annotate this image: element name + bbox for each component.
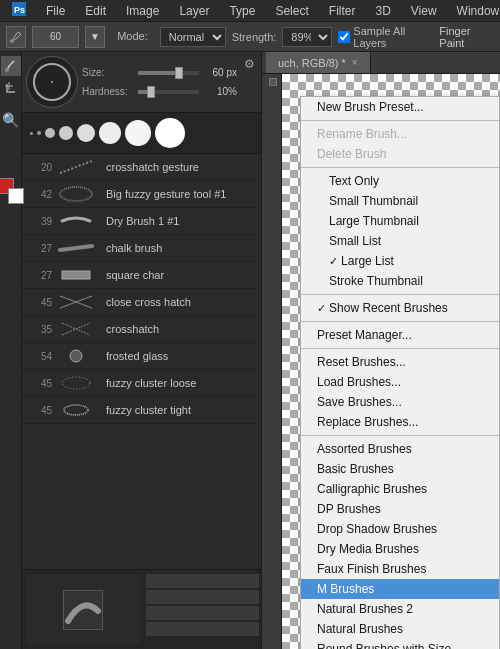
- panel-gear-btn[interactable]: ⚙: [241, 56, 257, 72]
- panel-bottom-row3: [146, 606, 260, 620]
- brush-dot-8[interactable]: [155, 118, 185, 148]
- mode-select[interactable]: Normal: [160, 27, 226, 47]
- background-color[interactable]: [8, 188, 24, 204]
- strength-label: Strength:: [232, 31, 277, 43]
- brush-item-close-cross-hatch[interactable]: 45 close cross hatch: [22, 289, 261, 316]
- canvas-tab[interactable]: uch, RGB/8) * ×: [266, 52, 371, 73]
- brush-dot-1[interactable]: [30, 132, 33, 135]
- menu-file[interactable]: File: [42, 2, 69, 20]
- brush-item-big-fuzzy[interactable]: 42 Big fuzzy gesture tool #1: [22, 181, 261, 208]
- menu-load-brushes[interactable]: Load Brushes...: [301, 372, 499, 392]
- svg-rect-6: [62, 271, 90, 279]
- svg-point-13: [64, 405, 88, 415]
- menu-rename-brush: Rename Brush...: [301, 124, 499, 144]
- separator-2: [301, 167, 499, 168]
- brush-item-crosshatch-gesture[interactable]: 20 crosshatch gesture: [22, 154, 261, 181]
- brush-dot-4[interactable]: [59, 126, 73, 140]
- menu-reset-brushes[interactable]: Reset Brushes...: [301, 352, 499, 372]
- size-label: Size:: [82, 67, 134, 78]
- strength-select[interactable]: 89%: [282, 27, 332, 47]
- smudge-tool-btn[interactable]: [1, 56, 21, 76]
- menu-filter[interactable]: Filter: [325, 2, 360, 20]
- menu-m-brushes[interactable]: M Brushes: [301, 579, 499, 599]
- brush-tool-icon[interactable]: [6, 26, 26, 48]
- menu-view[interactable]: View: [407, 2, 441, 20]
- menu-type[interactable]: Type: [225, 2, 259, 20]
- mode-label: Mode:: [111, 22, 154, 52]
- tab-bar: uch, RGB/8) * ×: [262, 52, 500, 74]
- menu-layer[interactable]: Layer: [175, 2, 213, 20]
- menu-dp-brushes[interactable]: DP Brushes: [301, 499, 499, 519]
- menu-stroke-thumbnail[interactable]: Stroke Thumbnail: [301, 271, 499, 291]
- brush-item-frosted-glass[interactable]: 54 frosted glass: [22, 343, 261, 370]
- brush-dot-6[interactable]: [99, 122, 121, 144]
- brush-item-fuzzy-tight[interactable]: 45 fuzzy cluster tight: [22, 397, 261, 424]
- main-area: 🔍 Size: 60 px: [0, 52, 500, 649]
- svg-point-3: [5, 68, 9, 72]
- brush-size-icon[interactable]: 60: [32, 26, 78, 48]
- sample-all-layers-checkbox[interactable]: [338, 31, 350, 43]
- brush-item-square-char[interactable]: 27 square char: [22, 262, 261, 289]
- brush-bottom-panel: [22, 569, 261, 649]
- brush-dot-7[interactable]: [125, 120, 151, 146]
- menu-small-thumbnail[interactable]: Small Thumbnail: [301, 191, 499, 211]
- svg-line-4: [60, 161, 92, 173]
- collapse-btn[interactable]: [269, 78, 277, 86]
- crop-tool-btn[interactable]: [1, 78, 21, 98]
- hardness-label: Hardness:: [82, 86, 134, 97]
- hardness-value: 10%: [203, 86, 237, 97]
- menu-dry-media-brushes[interactable]: Dry Media Brushes: [301, 539, 499, 559]
- menu-save-brushes[interactable]: Save Brushes...: [301, 392, 499, 412]
- tab-close-btn[interactable]: ×: [352, 57, 358, 68]
- menu-new-brush-preset[interactable]: New Brush Preset...: [301, 97, 499, 117]
- menu-drop-shadow-brushes[interactable]: Drop Shadow Brushes: [301, 519, 499, 539]
- menu-text-only[interactable]: Text Only: [301, 171, 499, 191]
- zoom-tool-btn[interactable]: 🔍: [1, 110, 21, 130]
- finger-paint-label[interactable]: Finger Paint: [439, 25, 494, 49]
- size-slider-thumb[interactable]: [175, 67, 183, 79]
- menu-assorted-brushes[interactable]: Assorted Brushes: [301, 439, 499, 459]
- svg-point-2: [10, 39, 14, 43]
- menu-round-brushes[interactable]: Round Brushes with Size: [301, 639, 499, 649]
- separator-1: [301, 120, 499, 121]
- menu-delete-brush: Delete Brush: [301, 144, 499, 164]
- canvas-area: uch, RGB/8) * × New Brush Preset... Rena…: [262, 52, 500, 649]
- brush-dot-3[interactable]: [45, 128, 55, 138]
- size-value: 60 px: [203, 67, 237, 78]
- brush-item-dry-brush[interactable]: 39 Dry Brush 1 #1: [22, 208, 261, 235]
- color-selector[interactable]: [0, 178, 24, 204]
- menu-small-list[interactable]: Small List: [301, 231, 499, 251]
- menu-natural-brushes-2[interactable]: Natural Brushes 2: [301, 599, 499, 619]
- menu-faux-finish-brushes[interactable]: Faux Finish Brushes: [301, 559, 499, 579]
- menu-select[interactable]: Select: [271, 2, 312, 20]
- menu-show-recent-brushes[interactable]: Show Recent Brushes: [301, 298, 499, 318]
- menu-3d[interactable]: 3D: [371, 2, 394, 20]
- size-slider-track: [138, 71, 199, 75]
- menu-natural-brushes[interactable]: Natural Brushes: [301, 619, 499, 639]
- brush-dot-2[interactable]: [37, 131, 41, 135]
- panel-bottom-row2: [146, 590, 260, 604]
- menu-large-thumbnail[interactable]: Large Thumbnail: [301, 211, 499, 231]
- menu-large-list[interactable]: Large List: [301, 251, 499, 271]
- brush-dot-5[interactable]: [77, 124, 95, 142]
- menu-preset-manager[interactable]: Preset Manager...: [301, 325, 499, 345]
- separator-3: [301, 294, 499, 295]
- brush-options-btn[interactable]: ▼: [85, 26, 105, 48]
- menu-basic-brushes[interactable]: Basic Brushes: [301, 459, 499, 479]
- menu-calligraphic-brushes[interactable]: Calligraphic Brushes: [301, 479, 499, 499]
- menu-ps[interactable]: Ps: [8, 0, 30, 21]
- sample-all-layers-label: Sample All Layers: [338, 25, 433, 49]
- menu-image[interactable]: Image: [122, 2, 163, 20]
- menu-replace-brushes[interactable]: Replace Brushes...: [301, 412, 499, 432]
- brush-list: 20 crosshatch gesture 42 Big fuzzy gestu…: [22, 154, 261, 569]
- brush-item-crosshatch[interactable]: 35 crosshatch: [22, 316, 261, 343]
- brush-item-chalk-brush[interactable]: 27 chalk brush: [22, 235, 261, 262]
- svg-text:Ps: Ps: [14, 5, 25, 15]
- separator-6: [301, 435, 499, 436]
- menu-edit[interactable]: Edit: [81, 2, 110, 20]
- hardness-slider-thumb[interactable]: [147, 86, 155, 98]
- menu-window[interactable]: Window: [453, 2, 500, 20]
- brush-item-fuzzy-loose[interactable]: 45 fuzzy cluster loose: [22, 370, 261, 397]
- panel-bottom-row4: [146, 622, 260, 636]
- canvas-left-strip: [262, 74, 282, 649]
